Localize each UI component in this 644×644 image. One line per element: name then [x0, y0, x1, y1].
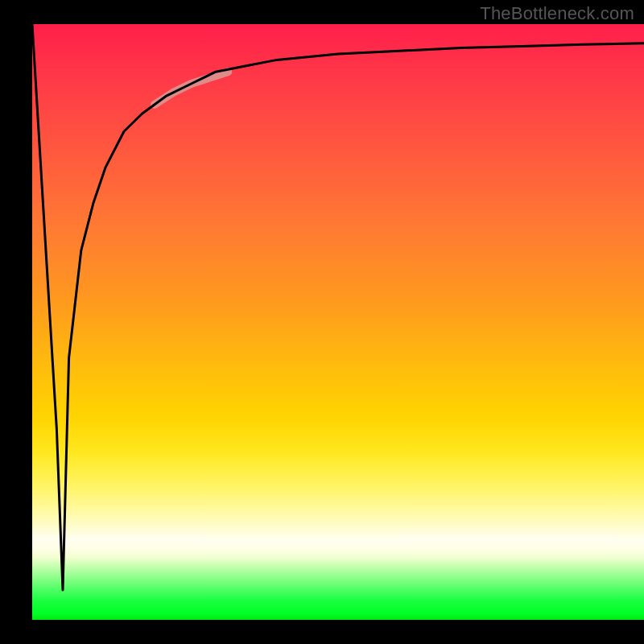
highlight-band [155, 72, 228, 105]
chart-svg [32, 24, 644, 620]
chart-frame: TheBottleneck.com [0, 0, 644, 644]
plot-area [32, 24, 644, 620]
watermark-text: TheBottleneck.com [480, 3, 634, 24]
bottleneck-curve [32, 24, 644, 590]
